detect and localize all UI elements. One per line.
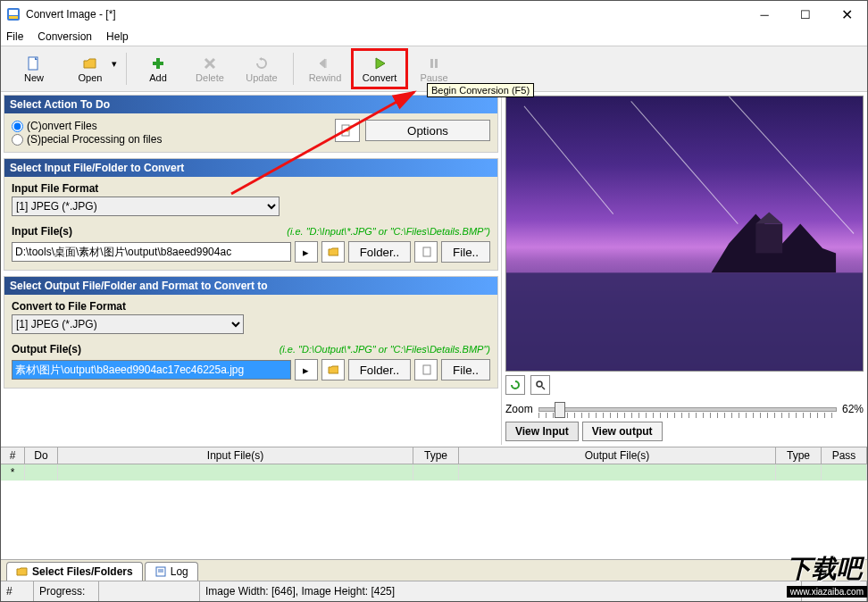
bottom-tabs: Select Files/Folders Log (1, 559, 867, 581)
col-pass[interactable]: Pass (822, 447, 867, 464)
radio-special[interactable] (12, 134, 23, 146)
view-output-tab[interactable]: View output (582, 422, 663, 441)
titlebar: Convert Image - [*] ─ ☐ ✕ (1, 1, 867, 28)
output-format-select[interactable]: [1] JPEG (*.JPG) (12, 314, 244, 334)
output-run-button[interactable]: ▸ (295, 359, 318, 380)
input-folder-icon-button[interactable] (321, 241, 345, 263)
output-hint: (i.e. "D:\Output\*.JPG" or "C:\Files\Det… (280, 344, 490, 355)
menubar: File Conversion Help (1, 28, 867, 46)
pause-icon (427, 54, 441, 72)
refresh-icon (255, 54, 269, 72)
minimize-button[interactable]: ─ (744, 1, 785, 28)
svg-rect-2 (9, 16, 18, 19)
svg-rect-16 (755, 224, 782, 254)
log-tab-icon (154, 565, 167, 578)
action-header: Select Action To Do (4, 96, 497, 113)
plus-icon (151, 54, 165, 72)
add-button[interactable]: Add (132, 51, 184, 87)
update-button[interactable]: Update (236, 51, 288, 87)
dropdown-icon[interactable]: ▾ (112, 58, 117, 70)
radio-convert-label: (C)onvert Files (27, 120, 97, 132)
convert-button[interactable]: Convert (351, 48, 408, 89)
rewind-button[interactable]: Rewind (299, 51, 351, 87)
status-progress-label: Progress: (34, 581, 99, 601)
options-button[interactable]: Options (365, 120, 490, 141)
tab-log[interactable]: Log (145, 562, 198, 581)
zoom-magnify-button[interactable] (530, 375, 550, 395)
statusbar: # Progress: Image Width: [646], Image He… (1, 581, 867, 601)
table-row[interactable]: * (1, 464, 867, 481)
input-run-button[interactable]: ▸ (295, 241, 318, 263)
app-icon (6, 7, 21, 21)
window-title: Convert Image - [*] (26, 8, 744, 21)
output-folder-icon-button[interactable] (321, 359, 345, 380)
delete-button[interactable]: Delete (184, 51, 236, 87)
col-type[interactable]: Type (413, 447, 459, 464)
input-path-field[interactable] (12, 242, 291, 262)
output-path-field[interactable] (12, 360, 291, 380)
menu-file[interactable]: File (6, 30, 23, 43)
new-button[interactable]: New (8, 51, 60, 87)
tooltip: Begin Conversion (F5) (427, 83, 534, 97)
rewind-icon (318, 54, 332, 72)
input-format-select[interactable]: [1] JPEG (*.JPG) (12, 196, 280, 216)
svg-line-13 (631, 101, 739, 223)
col-type2[interactable]: Type (776, 447, 822, 464)
tab-select-files[interactable]: Select Files/Folders (6, 562, 143, 581)
status-progress-bar (99, 581, 200, 601)
zoom-slider[interactable] (538, 398, 837, 420)
output-file-button[interactable]: File.. (441, 359, 490, 380)
col-num[interactable]: # (1, 447, 25, 464)
new-page-icon (26, 54, 42, 72)
svg-rect-5 (153, 62, 163, 65)
input-file-icon-button[interactable] (414, 241, 438, 263)
folder-tab-icon (16, 565, 29, 578)
delete-x-icon (203, 54, 217, 72)
open-folder-icon (82, 54, 98, 72)
zoom-fit-button[interactable] (505, 375, 525, 395)
menu-help[interactable]: Help (106, 30, 129, 43)
output-convert-label: Convert to File Format (12, 300, 490, 313)
radio-convert[interactable] (12, 121, 23, 132)
svg-line-14 (729, 96, 854, 234)
col-output[interactable]: Output File(s) (459, 447, 776, 464)
options-icon-button[interactable] (335, 119, 360, 142)
input-header: Select Input File/Folder to Convert (4, 159, 497, 177)
svg-rect-1 (9, 10, 18, 15)
input-format-label: Input File Format (12, 182, 490, 195)
input-hint: (i.e. "D:\Input\*.JPG" or "C:\Files\Deta… (287, 226, 490, 237)
col-do[interactable]: Do (25, 447, 58, 464)
file-icon (421, 246, 431, 258)
menu-conversion[interactable]: Conversion (38, 30, 92, 43)
svg-rect-15 (506, 272, 863, 371)
close-button[interactable]: ✕ (826, 1, 867, 28)
refresh-green-icon (510, 380, 521, 390)
maximize-button[interactable]: ☐ (785, 1, 826, 28)
folder-icon (328, 364, 338, 376)
view-input-tab[interactable]: View Input (505, 422, 579, 441)
status-dimensions: Image Width: [646], Image Height: [425] (200, 581, 802, 601)
open-button[interactable]: Open ▾ (60, 51, 121, 87)
watermark: 下载吧 www.xiazaiba.com (787, 552, 867, 598)
col-input[interactable]: Input File(s) (58, 447, 413, 464)
radio-special-label: (S)pecial Processing on files (27, 133, 162, 146)
input-folder-button[interactable]: Folder.. (348, 241, 411, 263)
svg-rect-7 (435, 59, 438, 68)
output-file-icon-button[interactable] (414, 359, 438, 380)
pause-button[interactable]: Pause (408, 51, 460, 87)
svg-rect-6 (430, 59, 433, 68)
input-panel: Select Input File/Folder to Convert Inpu… (4, 158, 498, 271)
svg-line-18 (542, 387, 545, 389)
output-folder-button[interactable]: Folder.. (348, 359, 411, 380)
file-icon (421, 364, 431, 376)
magnify-icon (535, 380, 546, 390)
action-panel: Select Action To Do (C)onvert Files (S)p… (4, 95, 498, 153)
output-header: Select Output File/Folder and Format to … (4, 277, 497, 295)
output-files-label: Output File(s) (12, 343, 81, 355)
zoom-label: Zoom (505, 403, 533, 415)
document-pencil-icon (340, 123, 355, 138)
input-file-button[interactable]: File.. (441, 241, 490, 263)
svg-point-17 (537, 381, 542, 387)
play-icon (372, 54, 387, 72)
svg-rect-10 (423, 247, 430, 256)
